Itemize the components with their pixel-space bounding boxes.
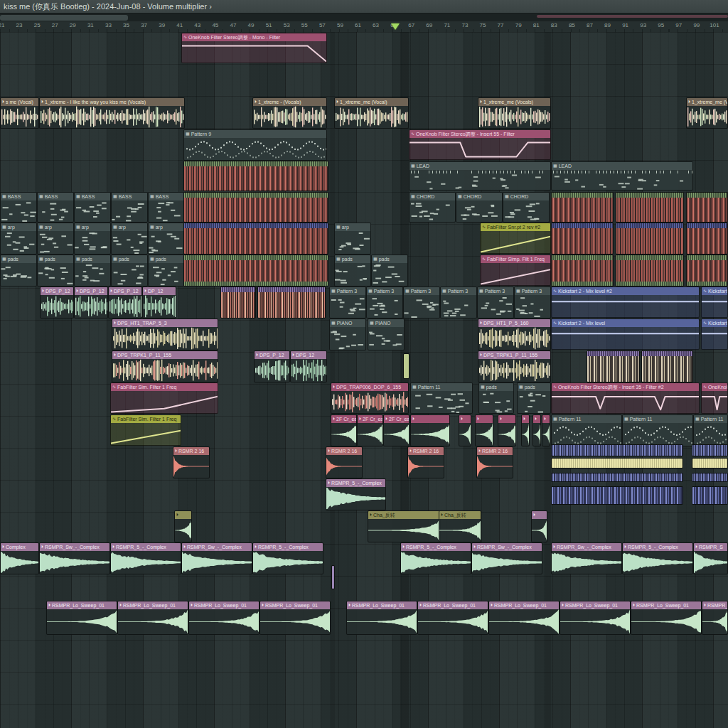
audio-clip[interactable]: ⏵RSMPR_Sw_-_Complex: [39, 542, 110, 574]
audio-clip[interactable]: ⏵RSMPR_Sw_-_Complex: [551, 542, 622, 574]
audio-clip[interactable]: ⏵DP_12: [142, 287, 176, 318]
pattern-clip[interactable]: ▦Pattern 11: [622, 414, 693, 446]
audio-clip[interactable]: ⏵: [521, 414, 530, 446]
audio-clip[interactable]: ⏵RSMPR_Sw_-_Complex: [471, 542, 542, 574]
pattern-clip[interactable]: ▦LEAD: [409, 161, 551, 191]
waveform-clip[interactable]: [551, 444, 683, 456]
pattern-clip[interactable]: ▦Pattern 3: [477, 287, 514, 318]
audio-clip[interactable]: ⏵DPS_HT1_P_5_160: [478, 318, 551, 350]
audio-clip[interactable]: ⏵RSMPR_Lo_Sweep_01: [117, 601, 188, 635]
pattern-clip[interactable]: ▦BASS: [37, 192, 74, 223]
audio-clip[interactable]: ⏵DPS_P_12: [40, 287, 74, 318]
audio-clip[interactable]: ⏵DPS_12: [290, 350, 327, 382]
pattern-clip[interactable]: ▦CHORD: [503, 192, 550, 223]
audio-clip[interactable]: ⏵1_xtreme - (Vocals): [252, 97, 327, 129]
pattern-clip[interactable]: ▦pads: [478, 382, 514, 414]
audio-clip[interactable]: ⏵1_xtreme_me (Vocals): [478, 97, 551, 129]
waveform-clip[interactable]: [183, 255, 328, 287]
pattern-clip[interactable]: ▦arp: [74, 223, 111, 255]
pattern-clip[interactable]: ▦arp: [148, 223, 185, 255]
waveform-clip[interactable]: [551, 223, 614, 255]
timeline-ruler[interactable]: 2123252729313335373941434547495153555759…: [0, 21, 728, 33]
waveform-clip[interactable]: [331, 565, 335, 589]
automation-clip[interactable]: ∿Kickstart 2: [701, 318, 728, 350]
audio-clip[interactable]: ⏵: [542, 414, 550, 446]
audio-clip[interactable]: ⏵Cha_反转: [439, 510, 481, 542]
automation-clip[interactable]: ∿FabFilter Sim. Filter 1 Freq: [110, 414, 181, 446]
waveform-clip[interactable]: [616, 255, 684, 287]
audio-clip[interactable]: ⏵: [475, 414, 493, 446]
waveform-clip[interactable]: [403, 353, 410, 379]
audio-clip[interactable]: ⏵DPS_TRAP006_DOP_6_155: [331, 382, 409, 414]
audio-clip[interactable]: ⏵RSMPR_5_-_Complex: [326, 478, 386, 510]
pattern-clip[interactable]: ▦Pattern 3: [514, 287, 551, 318]
pattern-clip[interactable]: ▦arp: [0, 223, 37, 255]
pattern-clip[interactable]: ▦Pattern 3: [440, 287, 477, 318]
waveform-clip[interactable]: [686, 255, 728, 287]
pattern-clip[interactable]: ▦Pattern 3: [403, 287, 440, 318]
pattern-clip[interactable]: ▦BASS: [148, 192, 185, 223]
pattern-clip[interactable]: ▦Pattern 11: [410, 382, 473, 414]
audio-clip[interactable]: ⏵2F Cr_early: [331, 414, 357, 446]
pattern-clip[interactable]: ▦pads: [74, 255, 111, 287]
audio-clip[interactable]: ⏵: [531, 510, 547, 542]
pattern-clip[interactable]: ▦pads: [37, 255, 74, 287]
automation-clip[interactable]: ∿FabFilter Simp. Filt 1 Freq: [480, 255, 551, 286]
pattern-clip[interactable]: ▦pads: [371, 255, 408, 287]
audio-clip[interactable]: ⏵RSMPR_Lo_Sweep_01: [259, 601, 331, 635]
waveform-clip[interactable]: [183, 192, 328, 223]
pattern-clip[interactable]: ▦pads: [148, 255, 185, 287]
audio-clip[interactable]: ⏵RSMPR_Sw_-_Complex: [181, 542, 252, 574]
audio-clip[interactable]: ⏵Complex: [0, 542, 39, 574]
waveform-clip[interactable]: [686, 223, 728, 255]
audio-clip[interactable]: ⏵DPS_TRPK1_P_11_155: [112, 350, 218, 382]
pattern-clip[interactable]: ▦CHORD: [456, 192, 503, 223]
waveform-clip[interactable]: [220, 287, 256, 318]
audio-clip[interactable]: ⏵RSMR 2 16: [407, 446, 444, 478]
waveform-clip[interactable]: [692, 473, 728, 482]
audio-clip[interactable]: ⏵DPS_P_12: [254, 350, 290, 382]
audio-clip[interactable]: ⏵RSMPR_Lo_Sweep_01: [188, 601, 259, 635]
audio-clip[interactable]: ⏵DPS_P_12: [108, 287, 142, 318]
pattern-clip[interactable]: ▦Pattern 9: [183, 129, 327, 161]
automation-clip[interactable]: ∿FabFilter Sim. Filter 1 Freq: [110, 382, 218, 414]
audio-clip[interactable]: ⏵: [459, 414, 471, 446]
audio-clip[interactable]: ⏵1_xtreme_me (Vocal): [334, 97, 409, 129]
audio-clip[interactable]: ⏵s me (Vocal): [0, 97, 39, 129]
audio-clip[interactable]: ⏵RSMPR_5_-_Complex: [110, 542, 181, 574]
automation-clip[interactable]: ∿FabFilter Snr.pt 2 rev #2: [480, 223, 551, 254]
waveform-clip[interactable]: [616, 223, 684, 255]
pattern-clip[interactable]: ▦pads: [517, 382, 551, 414]
waveform-clip[interactable]: [692, 458, 728, 469]
audio-clip[interactable]: ⏵RSMPR_5_-_Complex: [252, 542, 323, 574]
audio-clip[interactable]: ⏵DPS_P_12: [74, 287, 108, 318]
audio-clip[interactable]: ⏵: [498, 414, 516, 446]
pattern-clip[interactable]: ▦LEAD: [551, 161, 693, 191]
waveform-clip[interactable]: [183, 161, 328, 191]
pattern-clip[interactable]: ▦pads: [334, 255, 371, 287]
audio-clip[interactable]: ⏵RSMR 2 16: [173, 446, 210, 478]
waveform-clip[interactable]: [183, 223, 328, 255]
audio-clip[interactable]: ⏵1_xtreme_me (V: [686, 97, 728, 129]
pattern-clip[interactable]: ▦BASS: [111, 192, 148, 223]
scrollbar-handle[interactable]: [0, 15, 128, 21]
pattern-clip[interactable]: ▦Pattern 11: [693, 414, 728, 446]
audio-clip[interactable]: ⏵2F Cr_early: [357, 414, 383, 446]
audio-clip[interactable]: ⏵: [532, 414, 541, 446]
automation-clip[interactable]: ∿Kickstart 2 - Mix level: [551, 318, 700, 350]
pattern-clip[interactable]: ▦Pattern 11: [551, 414, 622, 446]
waveform-clip[interactable]: [551, 486, 683, 505]
automation-clip[interactable]: ∿OneKnob Filter Stereo調整 - Insert 55 - F…: [409, 129, 551, 160]
audio-clip[interactable]: ⏵RSMPR_Lo_Sweep_01: [560, 601, 631, 635]
audio-clip[interactable]: ⏵1_xtreme - I like the way you kiss me (…: [39, 97, 185, 129]
waveform-clip[interactable]: [551, 473, 683, 482]
pattern-clip[interactable]: ▦BASS: [74, 192, 111, 223]
audio-clip[interactable]: ⏵: [174, 510, 192, 542]
pattern-clip[interactable]: ▦Pattern 3: [366, 287, 403, 318]
automation-clip[interactable]: ∿OneKnob F: [701, 382, 728, 414]
audio-clip[interactable]: ⏵RSMR 2 16: [326, 446, 363, 478]
pattern-clip[interactable]: ▦CHORD: [409, 192, 456, 223]
pattern-clip[interactable]: ▦pads: [111, 255, 148, 287]
audio-clip[interactable]: ⏵RSMPR_Lo_Sweep_01: [631, 601, 702, 635]
audio-clip[interactable]: ⏵: [410, 414, 450, 446]
